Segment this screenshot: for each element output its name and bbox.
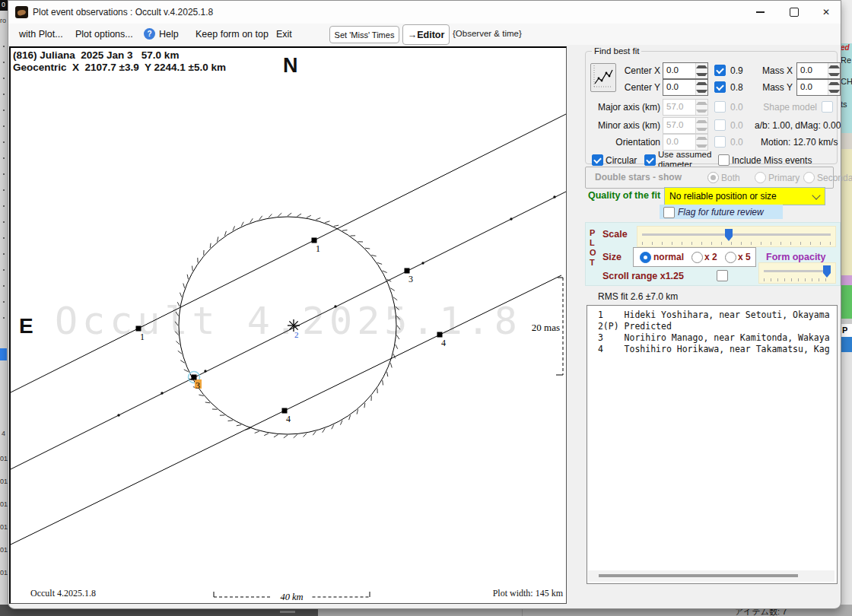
size-x5-radio[interactable] (725, 252, 736, 263)
svg-text:3: 3 (196, 380, 200, 391)
chevron-down-icon (812, 191, 820, 199)
background-fragment: ro (0, 17, 6, 24)
weight-x-label: 0.9 (730, 65, 743, 76)
minor-axis-fit-checkbox[interactable] (714, 119, 726, 131)
scroll-range-checkbox[interactable] (717, 270, 728, 281)
size-normal-radio[interactable] (640, 252, 651, 263)
list-item[interactable]: 3 Norihiro Manago, near Kamitonda, Wakay… (587, 332, 837, 344)
include-miss-events-checkbox[interactable] (718, 154, 730, 166)
scale-label: Scale (602, 229, 628, 240)
mass-x-label: Mass X (747, 65, 793, 76)
minimize-button[interactable] (745, 1, 775, 24)
list-item[interactable]: 2(P) Predicted (587, 321, 837, 332)
shape-model-checkbox[interactable] (822, 101, 833, 113)
form-opacity-slider[interactable] (758, 262, 836, 284)
background-fragment: 01 (0, 455, 8, 462)
size-x2-radio[interactable] (691, 252, 703, 263)
major-axis-fit-checkbox[interactable] (714, 101, 726, 113)
mass-x-spinner[interactable]: 0.0 (796, 62, 841, 79)
plot-width-label: Plot width: 145 km (484, 588, 563, 599)
motion-label: Motion: 12.70 km/s (761, 137, 838, 148)
use-assumed-diameter-checkbox[interactable] (644, 154, 656, 166)
double-primary-radio[interactable] (755, 172, 766, 183)
quality-label: Quality of the fit (588, 190, 660, 201)
mass-y-spinner[interactable]: 0.0 (796, 79, 841, 96)
double-stars-group: Double stars - show Both Primary Seconda… (585, 167, 834, 189)
scrollbar-thumb[interactable] (599, 574, 798, 577)
close-icon: ✕ (822, 7, 830, 17)
minor-axis-label: Minor axis (km) (593, 120, 660, 131)
list-item[interactable]: 1 Hideki Yoshihara, near Setouti, Okayam… (587, 310, 837, 321)
maximize-icon (790, 8, 799, 17)
include-miss-events-label: Include Miss events (732, 155, 812, 166)
mass-y-label: Mass Y (747, 82, 793, 93)
ab-dmag-label: a/b: 1.00, dMag: 0.00 (755, 120, 841, 131)
background-fragment: ed (841, 43, 850, 52)
svg-text:40 km: 40 km (280, 592, 303, 602)
form-opacity-label: Form opacity (766, 252, 826, 262)
center-x-spinner[interactable]: 0.0 (663, 62, 708, 79)
center-y-spinner[interactable]: 0.0 (663, 79, 708, 96)
size-x2-label: x 2 (704, 252, 717, 262)
menu-exit[interactable]: Exit (276, 29, 292, 40)
double-secondary-radio[interactable] (803, 172, 815, 183)
quality-combobox[interactable]: No reliable position or size (664, 187, 825, 205)
form-opacity-slider-thumb[interactable] (823, 265, 831, 278)
major-axis-label: Major axis (km) (593, 102, 660, 113)
minor-axis-aux-label: 0.0 (730, 120, 743, 131)
horizontal-scrollbar[interactable] (588, 570, 835, 582)
title-bar[interactable]: Plot event observations : Occult v.4.202… (8, 1, 841, 24)
flag-review-checkbox[interactable] (663, 207, 675, 218)
app-window: Plot event observations : Occult v.4.202… (8, 0, 841, 609)
size-radio-group: normal x 2 x 5 (633, 247, 756, 267)
size-label: Size (602, 252, 622, 262)
plot-controls-panel: P L O T Scale Size normal x 2 x 5 Form o… (585, 222, 841, 286)
set-miss-times-button[interactable]: Set 'Miss' Times (329, 26, 399, 43)
size-x5-label: x 5 (738, 252, 751, 262)
scale-slider-thumb[interactable] (725, 229, 733, 241)
circular-checkbox[interactable] (592, 154, 603, 166)
plot-version-label: Occult 4.2025.1.8 (30, 588, 96, 599)
background-fragment: 0 (2, 1, 5, 8)
minor-axis-spinner: 57.0 (663, 117, 708, 134)
svg-text:1: 1 (316, 243, 320, 254)
background-grip-dash (280, 611, 295, 613)
plot-header-line2: Geocentric X 2107.7 ±3.9 Y 2244.1 ±5.0 k… (13, 62, 226, 73)
shape-model-label: Shape model (761, 102, 817, 113)
menu-with-plot[interactable]: with Plot... (19, 29, 63, 40)
weight-y-checkbox[interactable] (714, 81, 726, 93)
menu-keep-on-top[interactable]: Keep form on top (196, 29, 269, 40)
occultation-plot-canvas[interactable]: 113344220 mas40 km (11, 48, 566, 603)
orientation-spinner: 0.0 (663, 134, 708, 151)
svg-text:4: 4 (286, 414, 291, 424)
background-fragment: 01 (0, 478, 8, 485)
help-icon[interactable]: ? (144, 28, 155, 40)
close-button[interactable]: ✕ (812, 1, 841, 24)
menu-plot-options[interactable]: Plot options... (75, 29, 133, 40)
find-best-fit-group: Find best fit Center X 0.0 0.9 Mass X 0.… (585, 46, 838, 164)
observer-list[interactable]: 1 Hideki Yoshihara, near Setouti, Okayam… (587, 305, 838, 584)
background-window-left-sliver: 0 ro 4 010101010101 (0, 0, 8, 616)
major-axis-spinner: 57.0 (663, 99, 708, 116)
background-fragment: 01 (0, 569, 8, 576)
list-item[interactable]: 4 Toshihiro Horikawa, near Takamatsu, Ka… (587, 344, 837, 355)
double-stars-label: Double stars - show (595, 172, 682, 183)
weight-x-checkbox[interactable] (714, 65, 726, 76)
window-title: Plot event observations : Occult v.4.202… (33, 7, 213, 17)
menu-help[interactable]: Help (159, 29, 179, 40)
double-both-radio[interactable] (707, 172, 719, 183)
editor-button[interactable]: →Editor (402, 24, 450, 45)
background-fragment: Re (841, 56, 851, 65)
flag-review-row: Flag for future review (660, 205, 783, 219)
background-left-black-box: 0 (0, 0, 8, 11)
background-fragment: P (842, 325, 847, 335)
maximize-button[interactable] (779, 1, 809, 24)
circular-label: Circular (606, 155, 637, 166)
orientation-fit-checkbox[interactable] (714, 136, 726, 148)
scale-slider[interactable] (637, 226, 836, 247)
scroll-range-label: Scroll range x1.25 (602, 271, 684, 281)
background-fragment: CH (841, 77, 852, 86)
background-fragment: 4 (2, 430, 5, 437)
double-secondary-label: Secondary (817, 173, 852, 183)
rms-fit-label: RMS fit 2.6 ±7.0 km (598, 291, 678, 302)
